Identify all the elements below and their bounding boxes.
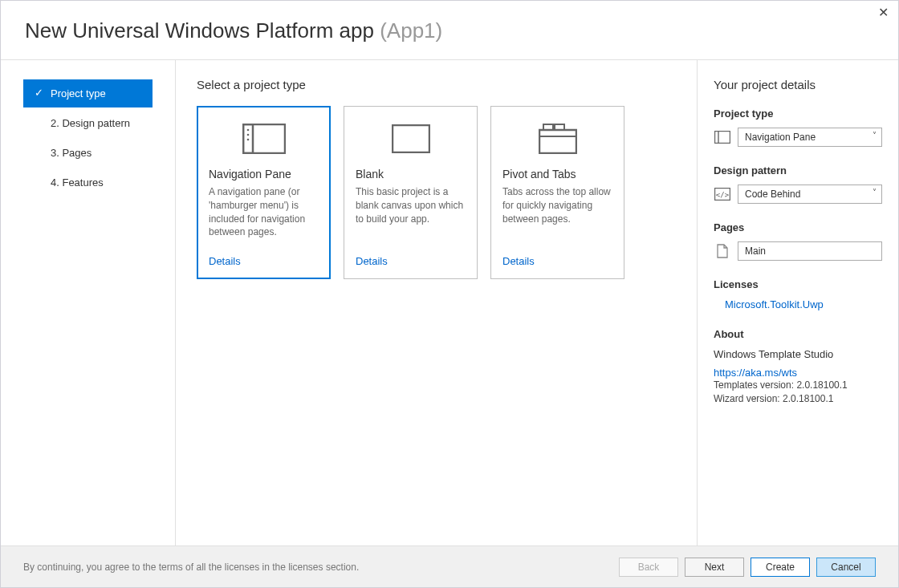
detail-licenses: Licenses Microsoft.Toolkit.Uwp	[714, 278, 882, 310]
step-design-pattern[interactable]: 2. Design pattern	[23, 109, 153, 137]
step-features[interactable]: 4. Features	[23, 168, 153, 197]
details-link[interactable]: Details	[209, 255, 319, 267]
detail-pages: Pages Main	[714, 221, 882, 261]
card-description: A navigation pane (or 'hamburger menu') …	[209, 185, 319, 239]
content-pane: Select a project type Navigation Pane A …	[176, 60, 698, 545]
project-type-select[interactable]: Navigation Pane	[738, 128, 882, 147]
svg-rect-10	[715, 132, 730, 144]
input-value: Main	[745, 245, 766, 257]
step-label: Project type	[51, 87, 106, 99]
app-name: (App1)	[380, 18, 442, 43]
about-url-link[interactable]: https://aka.ms/wts	[714, 367, 882, 379]
svg-text:</>: </>	[716, 191, 730, 199]
about-product: Windows Template Studio	[714, 348, 882, 360]
card-description: This basic project is a blank canvas upo…	[356, 185, 466, 239]
cancel-button[interactable]: Cancel	[816, 558, 876, 577]
detail-about: About Windows Template Studio https://ak…	[714, 328, 882, 406]
card-title: Blank	[356, 168, 466, 180]
step-project-type[interactable]: Project type	[23, 79, 153, 107]
card-navigation-pane[interactable]: Navigation Pane A navigation pane (or 'h…	[197, 106, 331, 279]
dialog-footer: By continuing, you agree to the terms of…	[1, 545, 898, 587]
svg-rect-6	[539, 130, 576, 153]
page-mini-icon	[714, 242, 731, 260]
page-title: New Universal Windows Platform app (App1…	[25, 18, 874, 43]
wizard-version: Wizard version: 2.0.18100.1	[714, 392, 882, 406]
create-button[interactable]: Create	[751, 558, 810, 577]
details-heading: Your project details	[714, 78, 882, 91]
step-label: 2. Design pattern	[51, 117, 130, 129]
main-area: Project type 2. Design pattern 3. Pages …	[1, 60, 898, 545]
nav-pane-icon	[209, 118, 319, 160]
select-value: Code Behind	[745, 189, 800, 200]
svg-point-4	[246, 139, 249, 141]
card-title: Pivot and Tabs	[502, 168, 612, 180]
detail-label: Licenses	[714, 278, 882, 290]
detail-label: Pages	[714, 221, 882, 233]
next-button[interactable]: Next	[685, 558, 744, 577]
code-behind-mini-icon: </>	[714, 185, 731, 203]
detail-label: About	[714, 328, 882, 340]
step-label: 4. Features	[51, 176, 104, 189]
project-details-panel: Your project details Project type Naviga…	[698, 60, 898, 545]
svg-point-2	[246, 129, 249, 132]
design-pattern-select[interactable]: Code Behind	[738, 185, 882, 204]
close-icon[interactable]: ✕	[876, 6, 890, 20]
dialog-header: New Universal Windows Platform app (App1…	[1, 1, 898, 60]
detail-label: Design pattern	[714, 164, 882, 176]
project-type-cards: Navigation Pane A navigation pane (or 'h…	[197, 106, 676, 279]
detail-design-pattern: Design pattern </> Code Behind	[714, 164, 882, 204]
content-heading: Select a project type	[197, 78, 676, 91]
card-description: Tabs across the top allow for quickly na…	[502, 185, 612, 239]
svg-rect-5	[393, 125, 429, 152]
page-name-input[interactable]: Main	[738, 241, 882, 261]
blank-icon	[356, 118, 466, 160]
templates-version: Templates version: 2.0.18100.1	[714, 379, 882, 392]
details-link[interactable]: Details	[356, 255, 466, 267]
card-title: Navigation Pane	[209, 168, 319, 180]
step-label: 3. Pages	[51, 147, 92, 159]
title-text: New Universal Windows Platform app	[25, 18, 374, 43]
card-pivot-tabs[interactable]: Pivot and Tabs Tabs across the top allow…	[490, 106, 624, 279]
pivot-tabs-icon	[502, 118, 612, 160]
step-pages[interactable]: 3. Pages	[23, 139, 153, 167]
card-blank[interactable]: Blank This basic project is a blank canv…	[344, 106, 478, 279]
detail-label: Project type	[714, 107, 882, 120]
select-value: Navigation Pane	[745, 132, 816, 143]
footer-buttons: Back Next Create Cancel	[619, 558, 876, 577]
wizard-steps-sidebar: Project type 2. Design pattern 3. Pages …	[1, 60, 176, 545]
details-link[interactable]: Details	[502, 255, 612, 267]
back-button: Back	[619, 558, 678, 577]
svg-point-3	[246, 134, 249, 136]
footer-disclaimer: By continuing, you agree to the terms of…	[23, 562, 619, 573]
license-link[interactable]: Microsoft.Toolkit.Uwp	[725, 298, 882, 310]
svg-rect-0	[243, 124, 285, 153]
detail-project-type: Project type Navigation Pane	[714, 107, 882, 147]
nav-pane-mini-icon	[714, 128, 731, 146]
